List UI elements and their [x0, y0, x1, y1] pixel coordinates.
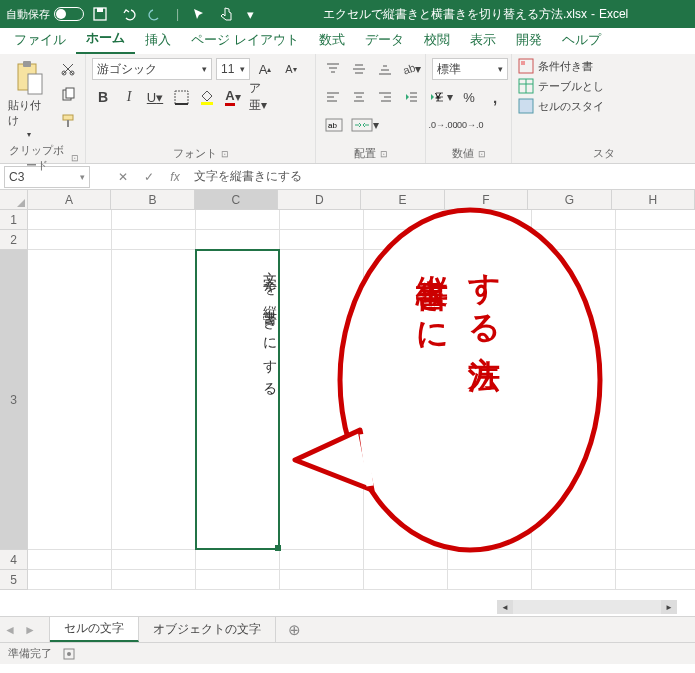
scroll-right-icon[interactable]: ►: [661, 600, 677, 614]
col-header[interactable]: A: [28, 190, 111, 210]
tab-view[interactable]: 表示: [460, 26, 506, 54]
svg-rect-10: [67, 120, 69, 127]
autosave-switch-icon[interactable]: [54, 7, 84, 21]
add-sheet-button[interactable]: ⊕: [276, 621, 312, 639]
font-name-combo[interactable]: 游ゴシック▾: [92, 58, 212, 80]
align-bottom-icon[interactable]: [374, 58, 396, 80]
svg-rect-8: [66, 88, 74, 98]
col-header[interactable]: G: [528, 190, 611, 210]
status-bar: 準備完了: [0, 642, 695, 664]
number-format-combo[interactable]: 標準▾: [432, 58, 508, 80]
svg-text:ab: ab: [328, 121, 337, 130]
tab-file[interactable]: ファイル: [4, 26, 76, 54]
accounting-format-icon[interactable]: ¥▾: [432, 86, 454, 108]
save-icon[interactable]: [92, 6, 108, 22]
ribbon: 貼り付け ▾ クリップボード⊡ 游ゴシック▾ 11▾ A▴ A▾ B I U▾: [0, 54, 695, 164]
status-ready: 準備完了: [8, 646, 52, 661]
format-painter-icon[interactable]: [57, 110, 79, 132]
clipboard-launcher-icon[interactable]: ⊡: [71, 153, 79, 163]
font-launcher-icon[interactable]: ⊡: [221, 149, 229, 159]
row-header[interactable]: 2: [0, 230, 28, 250]
sheet-nav-next-icon[interactable]: ►: [20, 623, 40, 637]
conditional-formatting-button[interactable]: 条件付き書: [518, 58, 593, 74]
h-scrollbar[interactable]: ◄ ►: [497, 598, 677, 616]
ribbon-tabs: ファイル ホーム 挿入 ページ レイアウト 数式 データ 校閲 表示 開発 ヘル…: [0, 28, 695, 54]
row-header[interactable]: 4: [0, 550, 28, 570]
fill-color-button[interactable]: [196, 86, 218, 108]
tab-data[interactable]: データ: [355, 26, 414, 54]
formula-input[interactable]: 文字を縦書きにする: [188, 168, 695, 185]
tab-formulas[interactable]: 数式: [309, 26, 355, 54]
number-launcher-icon[interactable]: ⊡: [478, 149, 486, 159]
align-top-icon[interactable]: [322, 58, 344, 80]
decrease-indent-icon[interactable]: [400, 86, 422, 108]
increase-decimal-icon[interactable]: .0→.00: [432, 114, 454, 136]
row-header[interactable]: 1: [0, 210, 28, 230]
paste-button[interactable]: 貼り付け ▾: [6, 58, 51, 141]
tab-pagelayout[interactable]: ページ レイアウト: [181, 26, 309, 54]
row-header[interactable]: 3: [0, 250, 28, 550]
svg-text:ab: ab: [401, 61, 415, 76]
orientation-button[interactable]: ab▾: [400, 58, 422, 80]
italic-button[interactable]: I: [118, 86, 140, 108]
col-header[interactable]: B: [111, 190, 194, 210]
select-all-corner[interactable]: [0, 190, 28, 210]
col-header[interactable]: H: [612, 190, 695, 210]
macro-record-icon[interactable]: [62, 647, 76, 661]
decrease-decimal-icon[interactable]: .00→.0: [458, 114, 480, 136]
cell-styles-button[interactable]: セルのスタイ: [518, 98, 604, 114]
border-button[interactable]: [170, 86, 192, 108]
tab-help[interactable]: ヘルプ: [552, 26, 611, 54]
col-header[interactable]: F: [445, 190, 528, 210]
tab-insert[interactable]: 挿入: [135, 26, 181, 54]
svg-rect-48: [519, 99, 533, 113]
col-header[interactable]: E: [361, 190, 444, 210]
merge-center-icon[interactable]: ▾: [350, 114, 380, 136]
cell-c3[interactable]: 文字を縦書きにする: [196, 250, 280, 550]
align-center-icon[interactable]: [348, 86, 370, 108]
align-middle-icon[interactable]: [348, 58, 370, 80]
tab-review[interactable]: 校閲: [414, 26, 460, 54]
touch-icon[interactable]: [219, 6, 235, 22]
sheet-tab-1[interactable]: セルの文字: [50, 617, 139, 642]
font-size-combo[interactable]: 11▾: [216, 58, 250, 80]
fx-icon[interactable]: fx: [162, 170, 188, 184]
increase-font-icon[interactable]: A▴: [254, 58, 276, 80]
format-as-table-button[interactable]: テーブルとし: [518, 78, 604, 94]
sheet-tab-2[interactable]: オブジェクトの文字: [139, 617, 276, 642]
bold-button[interactable]: B: [92, 86, 114, 108]
cut-icon[interactable]: [57, 58, 79, 80]
wrap-text-icon[interactable]: ab: [322, 114, 346, 136]
qat-customize-icon[interactable]: ▾: [247, 7, 254, 22]
comma-button[interactable]: ,: [484, 86, 506, 108]
redo-icon[interactable]: [148, 6, 164, 22]
percent-button[interactable]: %: [458, 86, 480, 108]
align-left-icon[interactable]: [322, 86, 344, 108]
font-color-button[interactable]: A▾: [222, 86, 244, 108]
sheet-nav-prev-icon[interactable]: ◄: [0, 623, 20, 637]
svg-rect-44: [521, 61, 525, 65]
app-name: Excel: [599, 7, 628, 21]
enter-formula-icon[interactable]: ✓: [136, 170, 162, 184]
phonetic-button[interactable]: ア亜▾: [248, 86, 270, 108]
window-title: エクセルで縦書きと横書きを切り替える方法.xlsx: [323, 6, 587, 23]
svg-text:¥: ¥: [434, 91, 442, 103]
col-header[interactable]: D: [278, 190, 361, 210]
underline-button[interactable]: U▾: [144, 86, 166, 108]
scroll-left-icon[interactable]: ◄: [497, 600, 513, 614]
tab-developer[interactable]: 開発: [506, 26, 552, 54]
cursor-icon[interactable]: [191, 6, 207, 22]
decrease-font-icon[interactable]: A▾: [280, 58, 302, 80]
cancel-formula-icon[interactable]: ✕: [110, 170, 136, 184]
col-header[interactable]: C: [195, 190, 278, 210]
copy-icon[interactable]: [57, 84, 79, 106]
autosave-toggle[interactable]: 自動保存: [6, 7, 84, 22]
tab-home[interactable]: ホーム: [76, 24, 135, 54]
sheet-tab-bar: ◄ ► セルの文字 オブジェクトの文字 ⊕: [0, 616, 695, 642]
alignment-launcher-icon[interactable]: ⊡: [380, 149, 388, 159]
align-right-icon[interactable]: [374, 86, 396, 108]
row-header[interactable]: 5: [0, 570, 28, 590]
undo-icon[interactable]: [120, 6, 136, 22]
svg-rect-1: [97, 8, 103, 12]
worksheet[interactable]: A B C D E F G H 1 2 3 4 5 文字を縦書きにする: [0, 190, 695, 616]
